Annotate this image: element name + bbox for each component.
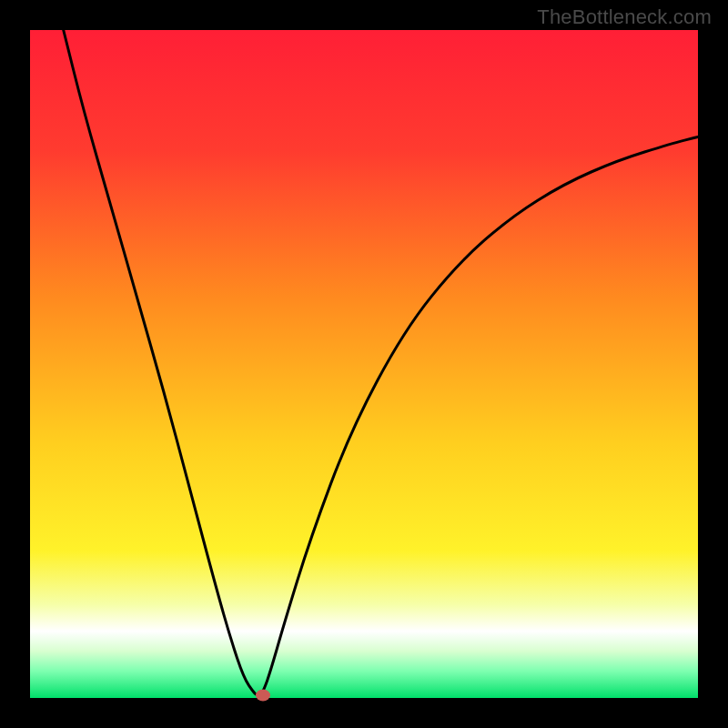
plot-area: [30, 30, 698, 698]
bottleneck-curve: [30, 30, 698, 698]
optimal-point-marker: [256, 690, 270, 702]
chart-frame: TheBottleneck.com: [0, 0, 728, 728]
watermark-text: TheBottleneck.com: [537, 5, 712, 29]
